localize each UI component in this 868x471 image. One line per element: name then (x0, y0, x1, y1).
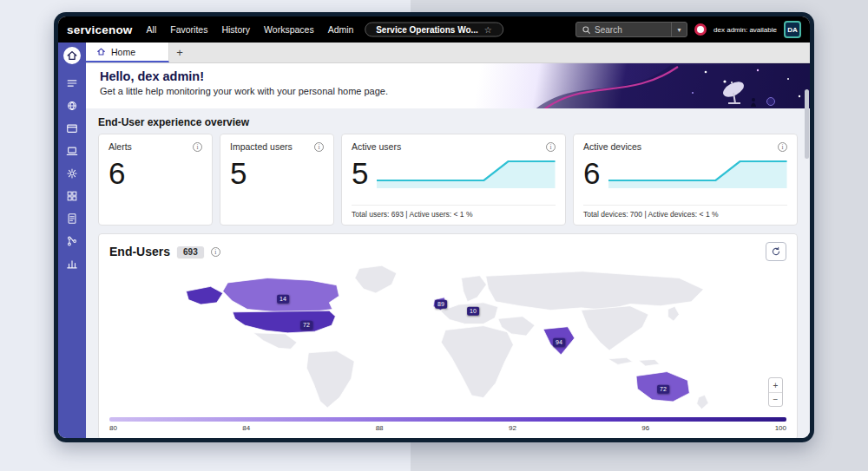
kpi-card-alerts[interactable]: Alerts i 6 (98, 134, 213, 226)
end-users-count-badge: 693 (177, 246, 204, 258)
zoom-in-button[interactable]: + (769, 378, 782, 392)
end-users-map-card: End-Users 693 i (98, 233, 798, 438)
workflow-icon[interactable] (66, 235, 78, 247)
info-icon[interactable]: i (193, 142, 202, 152)
search-scope-dropdown[interactable]: ▾ (671, 22, 687, 37)
favorite-star-icon[interactable]: ☆ (484, 25, 492, 35)
left-navigation-rail (58, 43, 86, 438)
settings-icon[interactable] (66, 167, 78, 180)
legend-gradient-bar (109, 417, 786, 422)
globe-icon[interactable] (66, 100, 78, 112)
nav-item-admin[interactable]: Admin (328, 24, 354, 35)
home-icon[interactable] (63, 47, 81, 64)
zoom-out-button[interactable]: − (769, 392, 782, 406)
country-china-sea (582, 306, 648, 350)
workspace-switcher[interactable]: Service Operations Wo... ☆ (365, 23, 503, 37)
legend-tick: 80 (109, 424, 117, 432)
map-legend: 80 84 88 92 96 100 (109, 417, 786, 432)
kpi-value: 5 (352, 158, 368, 188)
top-navigation-bar: servicenow All Favorites History Workspa… (58, 16, 810, 43)
map-label-united-states[interactable]: 72 (300, 321, 312, 330)
kpi-label: Impacted users (230, 141, 293, 152)
info-icon[interactable]: i (211, 247, 220, 257)
main-content: Hello, dex admin! Get a little help moni… (86, 63, 810, 438)
legend-tick: 92 (509, 424, 516, 432)
map-label-united-kingdom[interactable]: 89 (435, 300, 447, 309)
country-united-states (233, 311, 335, 333)
kpi-card-impacted-users[interactable]: Impacted users i 5 (220, 134, 334, 226)
kpi-footer: Total users: 693 | Active users: < 1 % (352, 205, 556, 219)
country-russia-asia (486, 271, 704, 311)
home-tab-icon (96, 47, 106, 56)
country-mexico (253, 333, 297, 350)
refresh-button[interactable] (766, 242, 786, 261)
refresh-icon (771, 246, 781, 257)
legend-tick: 96 (641, 424, 649, 432)
map-zoom-control: + − (768, 377, 783, 407)
browser-window: servicenow All Favorites History Workspa… (54, 12, 814, 442)
country-south-america (306, 351, 354, 409)
nav-item-history[interactable]: History (221, 24, 250, 35)
bar-chart-icon[interactable] (66, 258, 78, 270)
country-japan (668, 306, 680, 321)
country-scandinavia (462, 276, 487, 302)
nav-item-favorites[interactable]: Favorites (170, 24, 207, 35)
workspace-switcher-label: Service Operations Wo... (376, 25, 478, 35)
global-search[interactable]: ▾ (575, 22, 687, 37)
country-indonesia-2 (639, 359, 660, 366)
search-input[interactable] (595, 25, 671, 35)
home-tab-label: Home (111, 47, 135, 57)
country-new-zealand (697, 395, 708, 409)
nav-item-all[interactable]: All (147, 24, 157, 35)
kpi-footer: Total devices: 700 | Active devices: < 1… (583, 205, 787, 219)
banner-illustration (445, 63, 810, 108)
kpi-value: 6 (583, 158, 600, 188)
country-africa (441, 326, 513, 398)
hero-title: Hello, dex admin! (100, 69, 388, 83)
report-icon[interactable] (66, 213, 78, 225)
section-title: End-User experience overview (98, 116, 798, 128)
vertical-scrollbar[interactable] (805, 89, 809, 159)
card-icon[interactable] (66, 122, 78, 134)
legend-tick: 84 (242, 424, 250, 432)
world-map-area: 14 72 89 10 94 72 + − (109, 263, 786, 412)
map-card-title: End-Users (109, 245, 170, 258)
avatar[interactable]: DA (784, 21, 801, 38)
hero-subtitle: Get a little help monitoring your work w… (100, 86, 388, 96)
servicenow-logo: servicenow (67, 23, 133, 36)
map-label-india[interactable]: 94 (553, 338, 565, 347)
country-greenland (355, 265, 397, 293)
kpi-label: Active devices (583, 141, 641, 152)
kpi-card-row: Alerts i 6 Impacted users i 5 (98, 134, 798, 226)
user-presence-label: dex admin: available (713, 26, 777, 34)
legend-tick: 100 (775, 424, 786, 432)
new-tab-button[interactable]: + (169, 43, 190, 62)
search-icon (582, 25, 591, 35)
kpi-value: 5 (230, 158, 324, 188)
kpi-card-active-users[interactable]: Active users i 5 Total users: 693 | Acti… (341, 134, 566, 226)
notification-icon[interactable] (694, 23, 707, 36)
hero-banner: Hello, dex admin! Get a little help moni… (86, 63, 810, 108)
workspace-tab-bar: Home + (86, 43, 810, 63)
tab-home[interactable]: Home (86, 43, 169, 62)
list-icon[interactable] (66, 77, 78, 89)
map-label-australia[interactable]: 72 (657, 385, 669, 394)
active-devices-sparkline (608, 152, 787, 188)
legend-tick: 88 (376, 424, 384, 432)
kpi-card-active-devices[interactable]: Active devices i 6 Total devices: 700 | … (573, 134, 798, 226)
world-choropleth-map[interactable] (179, 263, 717, 412)
kpi-label: Alerts (108, 141, 132, 152)
map-label-germany[interactable]: 10 (467, 307, 479, 316)
kpi-value: 6 (108, 158, 202, 188)
info-icon[interactable]: i (546, 142, 556, 152)
active-users-sparkline (377, 152, 556, 188)
country-indonesia-1 (608, 357, 633, 364)
kpi-label: Active users (352, 141, 401, 152)
country-alaska (186, 286, 222, 304)
apps-grid-icon[interactable] (66, 190, 78, 202)
nav-item-workspaces[interactable]: Workspaces (264, 24, 314, 35)
devices-icon[interactable] (66, 145, 78, 157)
map-label-canada[interactable]: 14 (277, 295, 289, 304)
info-icon[interactable]: i (314, 142, 324, 152)
info-icon[interactable]: i (778, 142, 787, 152)
